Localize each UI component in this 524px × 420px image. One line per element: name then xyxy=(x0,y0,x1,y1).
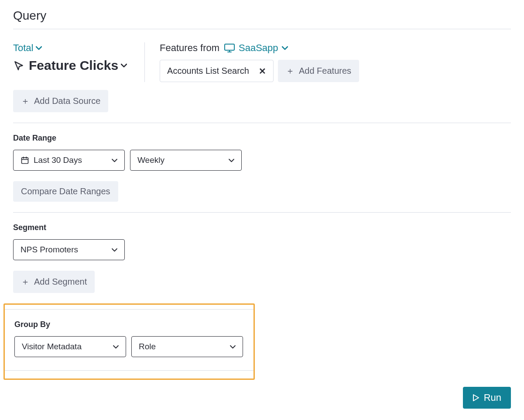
chevron-down-icon xyxy=(36,46,42,50)
run-row: Run xyxy=(13,380,511,409)
add-data-source-button[interactable]: ＋ Add Data Source xyxy=(13,90,108,112)
app-selector[interactable]: SaaSapp xyxy=(224,42,288,54)
chevron-down-icon xyxy=(113,345,119,349)
play-icon xyxy=(473,394,479,402)
compare-date-ranges-button[interactable]: Compare Date Ranges xyxy=(13,181,118,202)
divider xyxy=(5,370,253,371)
date-range-section: Date Range Last 30 Days Weekly Compare D… xyxy=(13,123,511,212)
features-from-label: Features from xyxy=(160,42,219,54)
chevron-down-icon xyxy=(121,63,127,68)
page-title: Query xyxy=(13,9,511,23)
segment-section: Segment NPS Promoters ＋ Add Segment xyxy=(13,213,511,303)
app-name: SaaSapp xyxy=(239,42,278,54)
features-from-row: Features from SaaSapp xyxy=(160,42,511,54)
group-by-label: Group By xyxy=(14,320,244,329)
date-range-value: Last 30 Days xyxy=(34,155,82,165)
granularity-value: Weekly xyxy=(137,155,164,165)
add-segment-button[interactable]: ＋ Add Segment xyxy=(13,271,95,293)
granularity-select[interactable]: Weekly xyxy=(130,150,242,171)
svg-rect-0 xyxy=(225,44,234,50)
add-features-button[interactable]: ＋ Add Features xyxy=(278,60,359,82)
compare-date-ranges-label: Compare Date Ranges xyxy=(21,186,110,196)
group-by-category-select[interactable]: Visitor Metadata xyxy=(14,336,126,357)
monitor-icon xyxy=(224,43,235,53)
svg-rect-3 xyxy=(22,158,28,163)
segment-label: Segment xyxy=(13,223,511,232)
segment-select[interactable]: NPS Promoters xyxy=(13,239,125,260)
group-by-section: Group By Visitor Metadata Role xyxy=(14,310,244,357)
feature-chip-label: Accounts List Search xyxy=(167,66,249,76)
plus-icon: ＋ xyxy=(286,65,295,77)
chevron-down-icon xyxy=(112,248,117,252)
add-segment-label: Add Segment xyxy=(34,277,87,287)
date-range-select[interactable]: Last 30 Days xyxy=(13,150,125,171)
chevron-down-icon xyxy=(112,158,117,162)
remove-chip-icon[interactable]: ✕ xyxy=(259,67,266,76)
chevron-down-icon xyxy=(230,345,236,349)
group-by-highlight: Group By Visitor Metadata Role xyxy=(3,303,255,380)
chevron-down-icon xyxy=(282,46,288,50)
date-range-label: Date Range xyxy=(13,134,511,143)
total-label: Total xyxy=(13,42,33,54)
group-by-field-select[interactable]: Role xyxy=(131,336,243,357)
features-block: Features from SaaSapp Accounts List Sear… xyxy=(145,42,511,82)
add-data-source-label: Add Data Source xyxy=(34,96,100,106)
metric-block: Total Feature Clicks xyxy=(13,42,145,82)
add-features-label: Add Features xyxy=(299,66,351,76)
metric-dropdown[interactable]: Feature Clicks xyxy=(13,58,127,73)
plus-icon: ＋ xyxy=(21,95,30,107)
feature-chips-row: Accounts List Search ✕ ＋ Add Features xyxy=(160,60,511,82)
calendar-icon xyxy=(21,156,29,165)
query-top-row: Total Feature Clicks Features from xyxy=(13,29,511,90)
group-by-category-value: Visitor Metadata xyxy=(22,342,82,351)
plus-icon: ＋ xyxy=(21,276,30,288)
metric-label: Feature Clicks xyxy=(29,58,118,73)
group-by-field-value: Role xyxy=(139,342,156,351)
feature-chip: Accounts List Search ✕ xyxy=(160,60,274,82)
segment-value: NPS Promoters xyxy=(21,245,78,255)
total-dropdown[interactable]: Total xyxy=(13,42,42,54)
chevron-down-icon xyxy=(229,158,234,162)
cursor-icon xyxy=(13,60,24,71)
run-label: Run xyxy=(484,392,501,403)
run-button[interactable]: Run xyxy=(463,387,511,409)
